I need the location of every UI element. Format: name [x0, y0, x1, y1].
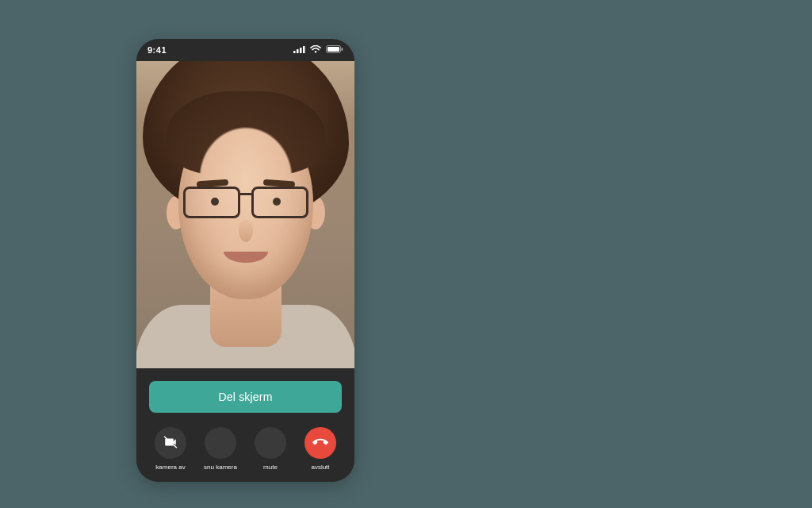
glasses-graphic [178, 187, 313, 220]
status-icons [293, 45, 343, 55]
phone-mockup: 9:41 Del skjerm [136, 39, 354, 482]
status-time: 9:41 [147, 45, 167, 55]
camera-off-icon [163, 435, 178, 452]
microphone-off-icon [263, 435, 278, 452]
end-call-button[interactable] [304, 427, 336, 459]
svg-rect-2 [300, 48, 302, 53]
flip-camera-button[interactable] [205, 427, 236, 459]
end-call-label: avslutt [311, 464, 329, 471]
camera-off-button[interactable] [155, 427, 186, 459]
flip-camera-label: snu kamera [204, 464, 237, 471]
mute-label: mute [263, 464, 278, 471]
signal-icon [293, 45, 305, 55]
svg-rect-6 [327, 47, 339, 52]
remote-video-feed [136, 61, 354, 368]
wifi-icon [310, 45, 321, 55]
mute-button[interactable] [255, 427, 286, 459]
call-controls: Del skjerm kamera av snu kamera [136, 368, 354, 482]
svg-rect-7 [342, 48, 343, 51]
svg-point-4 [315, 51, 316, 52]
status-bar: 9:41 [136, 39, 354, 61]
battery-icon [326, 45, 343, 55]
call-button-row: kamera av snu kamera mute [149, 427, 342, 471]
camera-off-label: kamera av [155, 464, 185, 471]
svg-rect-3 [303, 46, 305, 53]
svg-rect-1 [297, 49, 299, 53]
flip-camera-icon [213, 435, 228, 452]
phone-hangup-icon [312, 434, 328, 452]
svg-rect-0 [293, 51, 296, 53]
share-screen-button[interactable]: Del skjerm [149, 381, 342, 413]
